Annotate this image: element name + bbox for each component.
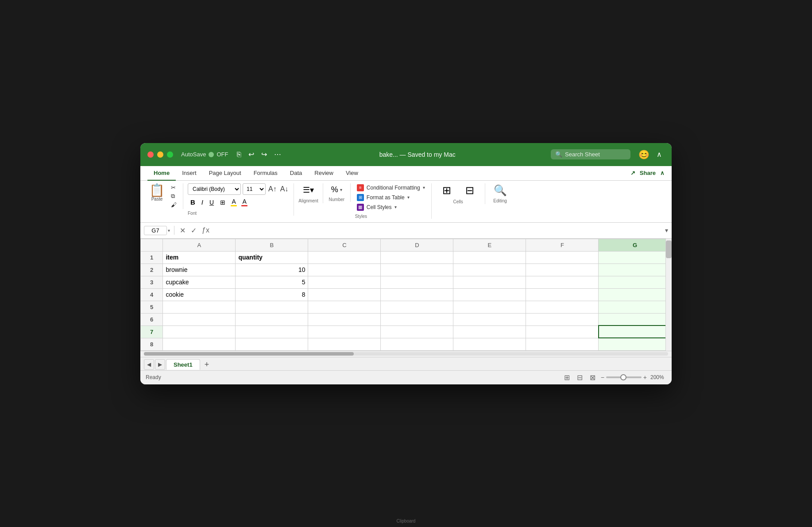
- cell-F4[interactable]: [526, 288, 599, 301]
- cell-A4[interactable]: cookie: [163, 288, 236, 301]
- number-button[interactable]: % ▾: [328, 183, 346, 196]
- cell-F3[interactable]: [526, 276, 599, 288]
- cell-C3[interactable]: [308, 276, 381, 288]
- tab-home[interactable]: Home: [147, 166, 176, 181]
- cell-G3[interactable]: [599, 276, 671, 288]
- col-header-f[interactable]: F: [526, 239, 599, 251]
- expand-icon[interactable]: ∧: [654, 148, 665, 160]
- zoom-in-button[interactable]: +: [643, 374, 647, 381]
- font-name-selector[interactable]: Calibri (Body): [188, 183, 241, 195]
- cell-D8[interactable]: [381, 338, 453, 350]
- cell-G7[interactable]: [599, 326, 671, 338]
- redo-icon[interactable]: ↪: [259, 148, 270, 160]
- cell-C5[interactable]: [308, 301, 381, 313]
- cell-F6[interactable]: [526, 313, 599, 326]
- zoom-out-button[interactable]: −: [601, 374, 604, 381]
- cell-ref-input[interactable]: [144, 226, 167, 235]
- user-avatar[interactable]: 😊: [638, 149, 650, 160]
- cell-E1[interactable]: [453, 251, 526, 264]
- cell-E8[interactable]: [453, 338, 526, 350]
- row-number-6[interactable]: 6: [141, 313, 163, 326]
- tab-page-layout[interactable]: Page Layout: [203, 166, 247, 181]
- cancel-formula-button[interactable]: ✕: [178, 225, 187, 236]
- formula-expand-icon[interactable]: ▾: [665, 227, 668, 234]
- cell-F2[interactable]: [526, 264, 599, 276]
- insert-function-button[interactable]: ƒx: [200, 225, 211, 235]
- col-header-d[interactable]: D: [381, 239, 453, 251]
- cell-ref-dropdown[interactable]: ▾: [168, 228, 170, 233]
- font-shrink-button[interactable]: A↓: [279, 184, 290, 194]
- cell-G6[interactable]: [599, 313, 671, 326]
- page-break-view-button[interactable]: ⊠: [588, 372, 597, 383]
- font-grow-button[interactable]: A↑: [267, 184, 278, 194]
- col-header-g[interactable]: G: [599, 239, 671, 251]
- sheet-tab-sheet1[interactable]: Sheet1: [166, 359, 200, 370]
- font-size-selector[interactable]: 11: [243, 183, 266, 195]
- col-header-b[interactable]: B: [236, 239, 308, 251]
- cell-B6[interactable]: [236, 313, 308, 326]
- row-number-2[interactable]: 2: [141, 264, 163, 276]
- cell-C2[interactable]: [308, 264, 381, 276]
- autosave-control[interactable]: AutoSave OFF: [181, 151, 228, 158]
- cell-E7[interactable]: [453, 326, 526, 338]
- copy-button[interactable]: ⧉: [169, 192, 178, 201]
- cell-A8[interactable]: [163, 338, 236, 350]
- cells-delete-button[interactable]: ⊟: [459, 183, 480, 198]
- tab-formulas[interactable]: Formulas: [247, 166, 284, 181]
- underline-button[interactable]: U: [207, 197, 217, 208]
- cell-C1[interactable]: [308, 251, 381, 264]
- col-header-e[interactable]: E: [453, 239, 526, 251]
- cell-D7[interactable]: [381, 326, 453, 338]
- zoom-slider[interactable]: [606, 376, 642, 378]
- cell-C4[interactable]: [308, 288, 381, 301]
- row-number-5[interactable]: 5: [141, 301, 163, 313]
- format-painter-button[interactable]: 🖌: [169, 201, 178, 209]
- search-bar[interactable]: 🔍 Search Sheet: [551, 149, 630, 159]
- cells-insert-button[interactable]: ⊞: [436, 183, 457, 198]
- alignment-button[interactable]: ☰▾: [299, 183, 317, 197]
- page-layout-view-button[interactable]: ⊟: [575, 372, 584, 383]
- cell-F5[interactable]: [526, 301, 599, 313]
- cut-button[interactable]: ✂: [169, 183, 178, 192]
- cell-A6[interactable]: [163, 313, 236, 326]
- cell-B3[interactable]: 5: [236, 276, 308, 288]
- save-icon[interactable]: ⎘: [234, 148, 244, 160]
- accept-formula-button[interactable]: ✓: [189, 225, 198, 236]
- tab-insert[interactable]: Insert: [176, 166, 203, 181]
- editing-button[interactable]: 🔍: [490, 183, 511, 198]
- cell-A7[interactable]: [163, 326, 236, 338]
- col-header-c[interactable]: C: [308, 239, 381, 251]
- cell-G5[interactable]: [599, 301, 671, 313]
- conditional-formatting-button[interactable]: ≡ Conditional Formatting ▾: [355, 183, 427, 192]
- cell-A1[interactable]: item: [163, 251, 236, 264]
- cell-G8[interactable]: [599, 338, 671, 350]
- minimize-button[interactable]: [157, 151, 163, 158]
- row-number-7[interactable]: 7: [141, 326, 163, 338]
- cell-B1[interactable]: quantity: [236, 251, 308, 264]
- tab-data[interactable]: Data: [284, 166, 308, 181]
- undo-icon[interactable]: ↩: [246, 148, 257, 160]
- cell-F7[interactable]: [526, 326, 599, 338]
- horizontal-scrollbar[interactable]: [140, 351, 672, 357]
- cell-E5[interactable]: [453, 301, 526, 313]
- cell-A5[interactable]: [163, 301, 236, 313]
- cell-E4[interactable]: [453, 288, 526, 301]
- cell-C7[interactable]: [308, 326, 381, 338]
- font-color-button[interactable]: A: [240, 197, 249, 207]
- row-number-3[interactable]: 3: [141, 276, 163, 288]
- cell-B4[interactable]: 8: [236, 288, 308, 301]
- cell-A3[interactable]: cupcake: [163, 276, 236, 288]
- cell-D5[interactable]: [381, 301, 453, 313]
- vertical-scrollbar[interactable]: [665, 239, 672, 351]
- formula-input[interactable]: [215, 226, 661, 235]
- row-number-8[interactable]: 8: [141, 338, 163, 350]
- cell-B7[interactable]: [236, 326, 308, 338]
- normal-view-button[interactable]: ⊞: [562, 372, 572, 383]
- tab-view[interactable]: View: [340, 166, 364, 181]
- cell-styles-button[interactable]: ▦ Cell Styles ▾: [355, 203, 427, 212]
- cell-D2[interactable]: [381, 264, 453, 276]
- cell-G2[interactable]: [599, 264, 671, 276]
- share-button[interactable]: ↗ Share ∧: [630, 170, 665, 176]
- cell-E2[interactable]: [453, 264, 526, 276]
- italic-button[interactable]: I: [199, 197, 206, 208]
